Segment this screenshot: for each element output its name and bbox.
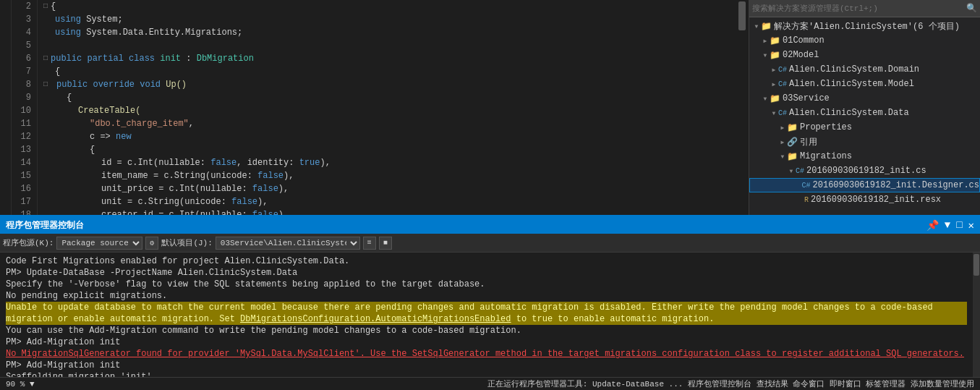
code-line: "dbo.t_charge_item", — [43, 117, 738, 130]
se-item-migrations[interactable]: 📁 Migrations — [749, 149, 980, 164]
gutter — [0, 0, 12, 215]
se-search-icon: 🔍 — [966, 3, 977, 14]
code-line: id = c.Int(nullable: false, identity: tr… — [43, 156, 738, 169]
se-search-input[interactable] — [752, 4, 966, 13]
item-label: Alien.ClinicSystem.Data — [789, 108, 909, 118]
code-line: unit_price = c.Int(nullable: false), — [43, 182, 738, 195]
code-line: { — [43, 143, 738, 156]
se-item-init-resx[interactable]: R 201609030619182_init.resx — [749, 192, 980, 207]
pmc-line: You can use the Add-Migration command to… — [6, 325, 967, 336]
pmc-close-button[interactable]: ✕ — [968, 219, 974, 232]
code-line: using System; — [43, 13, 738, 26]
pmc-line: PM> Update-DataBase -ProjectName Alien.C… — [6, 267, 967, 279]
code-line: using System.Data.Entity.Migrations; — [43, 26, 738, 39]
item-label: 02Model — [783, 50, 819, 60]
code-line: item_name = c.String(unicode: false), — [43, 169, 738, 182]
editor-scrollbar[interactable] — [738, 0, 749, 215]
pmc-line: Code First Migrations enabled for projec… — [6, 255, 967, 267]
se-item-references[interactable]: 🔗 引用 — [749, 135, 980, 149]
code-line: creator_id = c.Int(nullable: false), — [43, 208, 738, 215]
code-line: □ public override void Up() — [43, 78, 738, 91]
pmc-console[interactable]: Code First Migrations enabled for projec… — [0, 253, 973, 377]
collapse-icon[interactable]: □ — [43, 52, 48, 65]
code-line: { — [43, 65, 738, 78]
pmc-line: No MigrationSqlGenerator found for provi… — [6, 348, 967, 360]
collapse-icon[interactable]: □ — [43, 78, 48, 91]
code-lines: □ { using System; using System.Data.Enti… — [38, 0, 738, 215]
code-line: □ { — [43, 0, 738, 13]
code-line — [43, 39, 738, 52]
pmc-source-dropdown[interactable]: Package source — [56, 237, 142, 250]
se-tree: 📁 解决方案'Alien.ClinicSystem'(6 个项目) 📁 01Co… — [749, 17, 980, 215]
expand-icon — [752, 23, 761, 30]
item-label: 201609030619182_init.resx — [811, 195, 941, 205]
item-label: 引用 — [800, 136, 817, 148]
pmc-titlebar-buttons: 📌 ▼ □ ✕ — [926, 219, 974, 232]
item-label: 03Service — [783, 93, 830, 103]
se-item-03service[interactable]: 📁 03Service — [749, 91, 980, 106]
code-editor: 2 3 4 5 6 7 8 9 10 11 12 13 14 15 16 17 … — [0, 0, 749, 215]
item-label: Properties — [800, 122, 852, 132]
expand-icon — [761, 38, 770, 44]
pmc-scrollbar[interactable] — [973, 253, 980, 377]
solution-explorer: 🔍 📁 解决方案'Alien.ClinicSystem'(6 个项目) 📁 01… — [749, 0, 980, 215]
item-label: 01Common — [783, 35, 825, 46]
pmc-title: 程序包管理器控制台 — [6, 219, 84, 232]
pmc-source-label: 程序包源(K): — [3, 237, 54, 248]
se-solution-root[interactable]: 📁 解决方案'Alien.ClinicSystem'(6 个项目) — [749, 19, 980, 33]
se-item-data[interactable]: C# Alien.ClinicSystem.Data — [749, 106, 980, 120]
item-label: Alien.ClinicSystem.Model — [789, 79, 914, 89]
pmc-default-dropdown[interactable]: 03Service\Alien.ClinicSystem.Data — [216, 237, 360, 250]
pmc-minimize-button[interactable]: ▼ — [945, 219, 950, 231]
se-item-domain[interactable]: C# Alien.ClinicSystem.Domain — [749, 62, 980, 77]
pmc-default-label: 默认项目(J): — [161, 237, 212, 248]
expand-icon — [778, 153, 787, 160]
code-line: □ public partial class init : DbMigratio… — [43, 52, 738, 65]
se-item-model[interactable]: C# Alien.ClinicSystem.Model — [749, 77, 980, 91]
se-item-init-designer[interactable]: C# 201609030619182_init.Designer.cs — [749, 178, 980, 192]
pmc-line: Scaffolding migration 'init'. — [6, 371, 967, 377]
code-content: 2 3 4 5 6 7 8 9 10 11 12 13 14 15 16 17 … — [0, 0, 749, 215]
pmc-status-text: 正在运行程序包管理器工具: Update-DataBase ... 程序包管理控… — [487, 378, 974, 389]
pmc-list-button[interactable]: ≡ — [363, 237, 376, 250]
pmc-main: Code First Migrations enabled for projec… — [0, 253, 973, 377]
code-line: CreateTable( — [43, 104, 738, 117]
se-search-bar: 🔍 — [749, 0, 980, 17]
scroll-thumb[interactable] — [738, 1, 746, 30]
se-item-02model[interactable]: 📁 02Model — [749, 48, 980, 62]
pmc-titlebar: 程序包管理器控制台 📌 ▼ □ ✕ — [0, 216, 980, 234]
pmc-line: PM> Add-Migration init — [6, 336, 967, 348]
migrations-label: Migrations — [800, 151, 852, 161]
expand-icon — [761, 96, 770, 102]
pmc-line: Specify the '-Verbose' flag to view the … — [6, 279, 967, 290]
pmc-pin-button[interactable]: 📌 — [926, 219, 939, 232]
pmc-stop-button[interactable]: ■ — [379, 237, 392, 250]
se-item-01common[interactable]: 📁 01Common — [749, 33, 980, 48]
expand-icon — [787, 168, 796, 174]
pmc-line: Unable to update database to match the c… — [6, 302, 967, 325]
pmc: 程序包管理器控制台 📌 ▼ □ ✕ 程序包源(K): Package sourc… — [0, 215, 980, 390]
pmc-maximize-button[interactable]: □ — [956, 219, 962, 231]
code-line: { — [43, 91, 738, 104]
pmc-line: No pending explicit migrations. — [6, 290, 967, 302]
main-area: 2 3 4 5 6 7 8 9 10 11 12 13 14 15 16 17 … — [0, 0, 980, 215]
pmc-line: PM> Add-Migration init — [6, 360, 967, 371]
pmc-toolbar: 程序包源(K): Package source ⚙ 默认项目(J): 03Ser… — [0, 234, 980, 253]
se-item-properties[interactable]: 📁 Properties — [749, 120, 980, 135]
scroll-thumb[interactable] — [973, 254, 979, 276]
pmc-settings-button[interactable]: ⚙ — [145, 237, 158, 250]
code-line: unit = c.String(unicode: false), — [43, 195, 738, 208]
se-item-init-cs[interactable]: C# 201609030619182_init.cs — [749, 164, 980, 178]
item-label: Alien.ClinicSystem.Domain — [789, 64, 919, 75]
expand-icon — [770, 110, 778, 116]
item-label: 201609030619182_init.cs — [806, 166, 926, 176]
solution-label: 解决方案'Alien.ClinicSystem'(6 个项目) — [774, 20, 960, 33]
expand-icon — [778, 139, 787, 145]
expand-icon — [761, 52, 770, 59]
pmc-with-scroll: Code First Migrations enabled for projec… — [0, 253, 980, 377]
item-label: 201609030619182_init.Designer.cs — [813, 180, 979, 190]
expand-icon — [770, 81, 778, 88]
pmc-zoom: 90 % ▼ — [6, 380, 35, 389]
collapse-icon[interactable]: □ — [43, 0, 48, 13]
code-line: c => new — [43, 130, 738, 143]
